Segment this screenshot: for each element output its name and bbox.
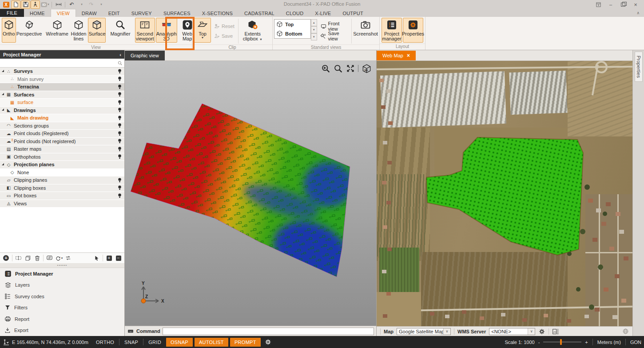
- zoom-out-button[interactable]: -: [538, 340, 540, 345]
- tab-web-map[interactable]: Web Map×: [377, 51, 416, 60]
- anaglyph-3d-button[interactable]: Anaglyph 3D: [156, 18, 177, 43]
- tab-properties-vertical[interactable]: Properties: [635, 52, 643, 82]
- wms-server-select[interactable]: <NONE>∨: [489, 328, 535, 335]
- graphic-viewport[interactable]: Y X Z: [125, 61, 376, 326]
- visibility-bulb-icon[interactable]: [116, 131, 123, 136]
- visibility-bulb-icon[interactable]: [116, 138, 123, 144]
- command-input[interactable]: [163, 328, 374, 335]
- views-scroll-up-button[interactable]: ▲: [311, 19, 317, 26]
- save-view-button[interactable]: Save view: [319, 32, 349, 40]
- standard-view-bottom[interactable]: Bottom: [274, 29, 310, 38]
- close-icon[interactable]: ×: [407, 53, 410, 58]
- tab-home[interactable]: HOME: [24, 9, 51, 17]
- app-logo-icon[interactable]: X: [1, 0, 11, 9]
- visibility-bulb-icon[interactable]: [116, 185, 123, 191]
- zoom-window-icon[interactable]: [334, 64, 343, 73]
- search-input[interactable]: [2, 59, 117, 67]
- visibility-bulb-icon[interactable]: [116, 177, 123, 183]
- delete-button[interactable]: [33, 254, 41, 262]
- rotate-button[interactable]: ▾: [55, 254, 63, 262]
- visibility-bulb-icon[interactable]: [116, 146, 123, 152]
- map-provider-select[interactable]: Google Satellite Map∨: [397, 328, 451, 335]
- visibility-bulb-icon[interactable]: [116, 100, 123, 105]
- panel-item-export[interactable]: Export: [0, 325, 124, 336]
- extents-clipbox-button[interactable]: Extents clipbox ▼: [240, 18, 265, 43]
- tree-item-sections-groups[interactable]: ◠Sections groups: [0, 122, 124, 130]
- swap-button[interactable]: [45, 254, 54, 262]
- visibility-bulb-icon[interactable]: [116, 193, 123, 199]
- panel-item-survey-codes[interactable]: Survey codes: [0, 291, 124, 302]
- front-view-button[interactable]: Front view: [319, 22, 349, 30]
- visibility-bulb-icon[interactable]: [116, 92, 123, 97]
- tree-item-none[interactable]: ◇None: [0, 169, 124, 177]
- rename-button[interactable]: [14, 254, 23, 262]
- visibility-bulb-icon[interactable]: [116, 107, 123, 113]
- clip-reset-button[interactable]: Reset: [212, 22, 236, 30]
- redo-button[interactable]: ↷: [87, 0, 96, 9]
- prompt-toggle[interactable]: PROMPT: [230, 338, 261, 347]
- tab-output[interactable]: OUTPUT: [337, 9, 369, 17]
- properties-button[interactable]: Properties: [403, 18, 423, 43]
- tab-cloud[interactable]: CLOUD: [280, 9, 310, 17]
- autolist-toggle[interactable]: AUTOLIST: [195, 338, 228, 347]
- measure-button[interactable]: [54, 0, 63, 9]
- clip-top-button[interactable]: Top▼: [194, 18, 211, 43]
- visibility-bulb-icon[interactable]: [116, 68, 123, 74]
- collapse-ribbon-icon[interactable]: ∧: [632, 9, 644, 17]
- raster-legend-icon[interactable]: [552, 328, 559, 335]
- wireframe-button[interactable]: Wireframe: [45, 18, 69, 43]
- tree-item-surfaces[interactable]: ▦Surfaces: [0, 91, 124, 99]
- screenshot-button[interactable]: Screenshot: [354, 18, 378, 43]
- panel-item-project-manager[interactable]: Project Manager: [0, 268, 124, 280]
- surface-overlay-polygon[interactable]: [377, 61, 632, 326]
- web-map-button[interactable]: Web Map: [181, 18, 194, 43]
- tree-item-surveys[interactable]: ∴Surveys: [0, 68, 124, 76]
- project-manager-button[interactable]: Project manager: [382, 18, 402, 43]
- map-settings-gear-icon[interactable]: [538, 328, 545, 335]
- zoom-extents-icon[interactable]: [346, 64, 355, 73]
- refresh-button[interactable]: [64, 254, 72, 262]
- tab-x-sections[interactable]: X-SECTIONS: [196, 9, 239, 17]
- visibility-bulb-icon[interactable]: [116, 76, 123, 82]
- views-expand-button[interactable]: ▼: [311, 33, 317, 40]
- ribbon-pin-button[interactable]: [592, 1, 604, 8]
- tab-draw[interactable]: DRAW: [76, 9, 103, 17]
- tree-item-main-drawing[interactable]: ◣Main drawing: [0, 114, 124, 122]
- globe-icon[interactable]: [622, 328, 629, 335]
- tab-view[interactable]: VIEW: [51, 9, 76, 17]
- tree-item-orthophotos[interactable]: ▣Orthophotos: [0, 153, 124, 161]
- select-cursor-button[interactable]: [92, 254, 101, 262]
- grid-toggle[interactable]: GRID: [144, 338, 165, 347]
- add-item-button[interactable]: +: [2, 254, 10, 262]
- tab-survey[interactable]: SURVEY: [126, 9, 158, 17]
- snap-toggle[interactable]: SNAP: [120, 338, 142, 347]
- web-map-viewport[interactable]: [377, 61, 632, 326]
- hidden-lines-button[interactable]: Hidden lines: [70, 18, 87, 43]
- tab-graphic-view[interactable]: Graphic view: [125, 51, 165, 60]
- tree-item-projection-planes[interactable]: ◇Projection planes: [0, 161, 124, 169]
- surface-button[interactable]: Surface: [88, 18, 106, 43]
- tab-x-live[interactable]: X-LIVE: [309, 9, 337, 17]
- tree-item-surface[interactable]: ▦surface: [0, 99, 124, 107]
- magnifier-button[interactable]: Magnifier: [109, 18, 131, 43]
- visibility-bulb-icon[interactable]: [116, 84, 123, 90]
- perspective-button[interactable]: Perspective: [17, 18, 42, 43]
- tree-item-clipping-boxes[interactable]: ◧Clipping boxes: [0, 184, 124, 192]
- undo-button[interactable]: ↶: [67, 0, 76, 9]
- angle-unit-indicator[interactable]: GON: [630, 340, 641, 345]
- id-button[interactable]: ID▾: [40, 0, 50, 9]
- panel-item-report[interactable]: Report: [0, 313, 124, 325]
- visibility-bulb-icon[interactable]: [116, 115, 123, 121]
- zoom-previous-icon[interactable]: [321, 64, 330, 73]
- scale-slider[interactable]: [543, 339, 581, 345]
- scale-slider-thumb[interactable]: [560, 339, 562, 345]
- tree-item-terracina[interactable]: ∴Terracina: [0, 83, 124, 91]
- new-document-button[interactable]: [11, 0, 20, 9]
- minimize-button[interactable]: –: [605, 1, 616, 8]
- tree-item-clipping-planes[interactable]: ▱Clipping planes: [0, 176, 124, 184]
- tree-item-point-clouds-registered[interactable]: ☁Point clouds (Registered): [0, 130, 124, 138]
- tab-edit[interactable]: EDIT: [103, 9, 126, 17]
- second-viewport-button[interactable]: Second viewport: [135, 18, 155, 43]
- standard-view-top[interactable]: Top: [274, 20, 310, 29]
- nav-cube-icon[interactable]: [362, 64, 372, 74]
